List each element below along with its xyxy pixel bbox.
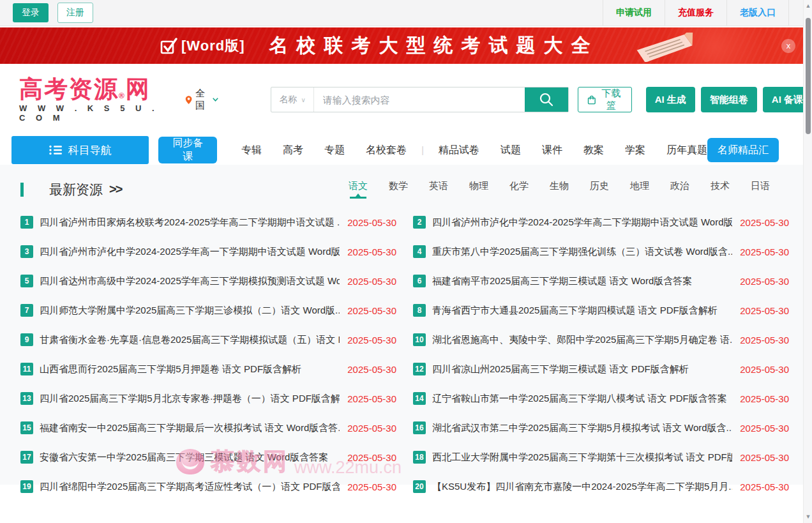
rank-badge: 3 bbox=[20, 245, 33, 258]
subject-tab[interactable]: 语文 bbox=[349, 180, 368, 199]
nav-link[interactable]: 课件 bbox=[542, 144, 562, 157]
chevron-down-icon bbox=[213, 97, 218, 102]
resource-link[interactable]: 四川省绵阳中学2025届高三下学期高考适应性考试（一）语文 PDF版含... bbox=[40, 481, 340, 493]
rank-badge: 19 bbox=[20, 480, 33, 493]
search-button[interactable] bbox=[525, 87, 568, 112]
subject-tab[interactable]: 技术 bbox=[710, 180, 730, 199]
list-item: 7四川师范大学附属中学2025届高三下学期三诊模拟（二）语文 Word版...2… bbox=[20, 296, 396, 325]
download-basket-button[interactable]: 下载篮 bbox=[578, 87, 632, 112]
promo-banner[interactable]: [Word版] 名校联考大型统考试题大全 x bbox=[0, 27, 812, 64]
list-item: 3四川省泸州市泸化中学2024-2025学年高一下学期期中语文试题 Word版.… bbox=[20, 237, 396, 266]
resource-link[interactable]: 甘肃省衡水金卷·先享题·信息卷2025届高三下学期模拟试题（五）语文 P... bbox=[40, 334, 340, 346]
resource-date: 2025-05-30 bbox=[347, 335, 396, 345]
rank-badge: 17 bbox=[20, 451, 33, 464]
resource-link[interactable]: 四川省泸州市泸化中学2024-2025学年高二下学期期中语文试题 Word版..… bbox=[432, 216, 732, 229]
banner-close-button[interactable]: x bbox=[781, 39, 795, 53]
subject-nav-button[interactable]: 科目导航 bbox=[11, 136, 149, 164]
resource-link[interactable]: 四川省泸州市田家炳名校联考2024-2025学年高二下学期期中语文试题 ... bbox=[40, 216, 340, 229]
list-item: 16湖北省武汉市第二中学2025届高三下学期5月模拟考试 语文 Word版含..… bbox=[413, 413, 789, 443]
subject-tab[interactable]: 物理 bbox=[469, 180, 488, 199]
scroll-down-arrow[interactable]: ▼ bbox=[804, 513, 812, 520]
resource-date: 2025-05-30 bbox=[740, 276, 789, 287]
subject-tab[interactable]: 日语 bbox=[751, 180, 770, 199]
resource-link[interactable]: 四川师范大学附属中学2025届高三下学期三诊模拟（二）语文 Word版... bbox=[40, 305, 340, 317]
resource-date: 2025-05-30 bbox=[740, 305, 789, 316]
subject-tab[interactable]: 英语 bbox=[429, 180, 448, 199]
login-button[interactable]: 登录 bbox=[13, 3, 49, 22]
nav-link[interactable]: 专辑 bbox=[241, 144, 262, 157]
resource-date: 2025-05-30 bbox=[347, 452, 396, 463]
nav-link[interactable]: 高考 bbox=[283, 144, 303, 157]
resource-link[interactable]: 安徽省六安第一中学2025届高三下学期三模试题 语文 Word版含答案 bbox=[40, 451, 340, 464]
subject-tab[interactable]: 政治 bbox=[670, 180, 689, 199]
accent-bar bbox=[20, 183, 24, 197]
topbar-link[interactable]: 申请试用 bbox=[603, 0, 665, 26]
nav-link[interactable]: 精品试卷 bbox=[439, 144, 479, 157]
vertical-scrollbar[interactable]: ▲ ▼ bbox=[803, 0, 812, 523]
ai-action-button[interactable]: 智能组卷 bbox=[701, 87, 757, 112]
list-item: 9甘肃省衡水金卷·先享题·信息卷2025届高三下学期模拟试题（五）语文 P...… bbox=[20, 325, 396, 354]
region-selector[interactable]: 全国 bbox=[185, 87, 219, 112]
resource-date: 2025-05-30 bbox=[347, 217, 396, 228]
ai-action-button[interactable]: AI 生成 bbox=[646, 87, 695, 112]
resource-link[interactable]: 【KS5U发布】四川省南充市嘉陵一中2024-2025学年高二下学期5月月... bbox=[432, 481, 732, 493]
resource-link[interactable]: 四川省2025届高三下学期5月北京专家卷·押题卷（一）语文 PDF版含解... bbox=[40, 393, 340, 405]
nav-link[interactable]: 名校套卷 bbox=[366, 144, 407, 157]
resource-link[interactable]: 山西省思而行2025届高三下学期5月押题卷 语文 PDF版含解析 bbox=[40, 363, 340, 375]
featured-teachers-button[interactable]: 名师精品汇 bbox=[707, 138, 779, 162]
section-more-link[interactable]: >> bbox=[109, 182, 121, 197]
register-button[interactable]: 注册 bbox=[57, 3, 93, 23]
subject-tabs: 语文数学英语物理化学生物历史地理政治技术日语 bbox=[349, 180, 789, 199]
nav-link[interactable]: 试题 bbox=[500, 144, 521, 157]
nav-separator: | bbox=[421, 145, 424, 155]
resource-link[interactable]: 福建省南安一中2025届高三下学期最后一次模拟考试 语文 Word版含答... bbox=[40, 422, 340, 434]
scroll-up-arrow[interactable]: ▲ bbox=[804, 3, 812, 9]
nav-link[interactable]: 教案 bbox=[583, 144, 604, 157]
subject-tab[interactable]: 生物 bbox=[550, 180, 569, 199]
topbar-link[interactable]: 充值服务 bbox=[665, 0, 726, 26]
resource-date: 2025-05-30 bbox=[347, 423, 396, 434]
topbar-link[interactable]: 老版入口 bbox=[726, 0, 789, 26]
list-item: 18西北工业大学附属中学2025届高三下学期第十三次模拟考试 语文 PDF版..… bbox=[413, 443, 789, 472]
resource-link[interactable]: 湖北省恩施高中、夷陵中学、郧阳中学2025届高三下学期5月确定卷 语... bbox=[432, 334, 732, 346]
search-category-dropdown[interactable]: 名称 ∨ bbox=[271, 87, 313, 112]
subject-tab[interactable]: 化学 bbox=[509, 180, 529, 199]
shopping-bag-icon bbox=[587, 94, 596, 106]
rank-badge: 10 bbox=[413, 333, 426, 346]
resource-link[interactable]: 西北工业大学附属中学2025届高三下学期第十三次模拟考试 语文 PDF版... bbox=[432, 451, 732, 464]
resource-link[interactable]: 重庆市第八中学2025届高三下学期强化训练（三）语文试卷 Word版含... bbox=[432, 246, 732, 258]
resource-date: 2025-05-30 bbox=[740, 364, 789, 375]
nav-link[interactable]: 专题 bbox=[324, 144, 345, 157]
nav-link[interactable]: 历年真题 bbox=[666, 144, 707, 157]
logo-text: 高考资源®网 bbox=[19, 77, 169, 103]
resource-date: 2025-05-30 bbox=[740, 246, 789, 257]
subject-tab[interactable]: 地理 bbox=[630, 180, 649, 199]
resource-link[interactable]: 湖北省武汉市第二中学2025届高三下学期5月模拟考试 语文 Word版含... bbox=[432, 422, 732, 434]
rank-badge: 4 bbox=[413, 245, 426, 258]
scrollbar-thumb[interactable] bbox=[806, 18, 811, 134]
subject-tab[interactable]: 历史 bbox=[590, 180, 609, 199]
list-item: 1四川省泸州市田家炳名校联考2024-2025学年高二下学期期中语文试题 ...… bbox=[20, 208, 396, 237]
basket-label: 下载篮 bbox=[600, 87, 622, 112]
resource-link[interactable]: 辽宁省鞍山市第一中学2025届高三下学期八模考试 语文 PDF版含答案 bbox=[432, 393, 732, 405]
rank-badge: 18 bbox=[413, 451, 426, 464]
resource-link[interactable]: 四川省达州市高级中学2024-2025学年高三下学期模拟预测语文试题 Wo... bbox=[40, 275, 340, 287]
list-item: 17安徽省六安第一中学2025届高三下学期三模试题 语文 Word版含答案202… bbox=[20, 443, 396, 472]
top-utility-bar: 登录 注册 申请试用充值服务老版入口 bbox=[0, 0, 812, 26]
list-item: 4重庆市第八中学2025届高三下学期强化训练（三）语文试卷 Word版含...2… bbox=[413, 237, 789, 266]
rank-badge: 7 bbox=[20, 304, 33, 317]
logo-domain: W W W . K S 5 U . C O M bbox=[19, 103, 169, 123]
region-label: 全国 bbox=[195, 87, 209, 112]
nav-link[interactable]: 学案 bbox=[625, 144, 645, 157]
resource-link[interactable]: 青海省西宁市大通县2025届高三下学期四模试题 语文 PDF版含解析 bbox=[432, 305, 732, 317]
rank-badge: 13 bbox=[20, 392, 33, 405]
sync-prep-button[interactable]: 同步备课 bbox=[158, 137, 217, 163]
banner-title: 名校联考大型统考试题大全 bbox=[269, 33, 598, 59]
resource-link[interactable]: 四川省凉山州2025届高三下学期三模试题 语文 PDF版含解析 bbox=[432, 363, 732, 375]
resource-link[interactable]: 福建省南平市2025届高三下学期三模试题 语文 Word版含答案 bbox=[432, 275, 732, 287]
site-logo[interactable]: 高考资源®网 W W W . K S 5 U . C O M bbox=[19, 77, 169, 123]
search-input[interactable] bbox=[314, 87, 525, 112]
resource-date: 2025-05-30 bbox=[740, 393, 789, 404]
subject-tab[interactable]: 数学 bbox=[389, 180, 408, 199]
resource-link[interactable]: 四川省泸州市泸化中学2024-2025学年高一下学期期中语文试题 Word版..… bbox=[40, 246, 340, 258]
